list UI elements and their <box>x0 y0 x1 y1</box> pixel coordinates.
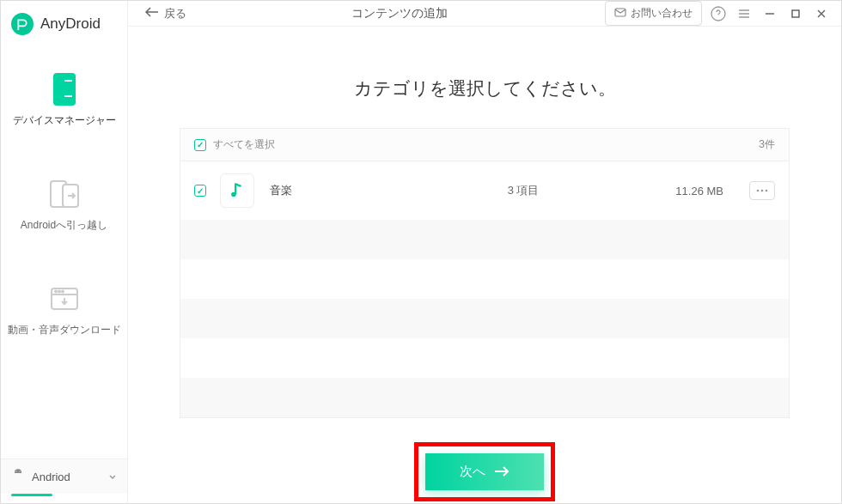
empty-row <box>180 259 789 299</box>
more-button[interactable] <box>749 181 775 200</box>
maximize-button[interactable] <box>786 4 805 23</box>
menu-button[interactable] <box>735 4 754 23</box>
svg-point-24 <box>766 190 768 192</box>
svg-rect-2 <box>64 95 72 97</box>
back-label: 戻る <box>164 6 186 21</box>
svg-point-23 <box>761 190 764 192</box>
svg-rect-1 <box>64 80 72 82</box>
device-name: Andriod <box>32 471 101 483</box>
topbar: 戻る コンテンツの追加 お問い合わせ <box>128 1 841 27</box>
logo: AnyDroid <box>1 1 127 47</box>
device-selector[interactable]: Andriod <box>1 458 127 494</box>
svg-point-9 <box>62 291 64 293</box>
app-name: AnyDroid <box>40 15 101 33</box>
select-all-checkbox[interactable] <box>194 139 206 151</box>
minimize-button[interactable] <box>760 4 779 23</box>
music-icon <box>220 173 254 208</box>
empty-row <box>180 378 789 417</box>
sidebar-item-label: Androidへ引っ越し <box>21 218 107 233</box>
row-size: 11.26 MB <box>590 185 723 197</box>
sidebar-item-device-manager[interactable]: デバイスマネージャー <box>1 73 127 128</box>
page-title: コンテンツの追加 <box>193 6 605 21</box>
sidebar: AnyDroid デバイスマネージャー Androidへ引っ越し <box>1 1 128 503</box>
svg-rect-18 <box>792 10 799 17</box>
item-count: 3件 <box>759 137 775 152</box>
svg-point-8 <box>58 291 60 293</box>
svg-rect-0 <box>53 73 76 106</box>
next-button[interactable]: 次へ <box>425 453 544 490</box>
back-button[interactable]: 戻る <box>138 3 193 25</box>
storage-bar <box>11 494 52 496</box>
next-label: 次へ <box>460 464 485 480</box>
download-icon <box>48 282 81 315</box>
empty-row <box>180 220 789 259</box>
phone-manager-icon <box>48 73 81 106</box>
sidebar-item-label: デバイスマネージャー <box>13 113 116 128</box>
transfer-icon <box>48 178 81 210</box>
row-name: 音楽 <box>270 183 456 198</box>
row-items: 3 項目 <box>456 183 589 198</box>
sidebar-item-label: 動画・音声ダウンロード <box>8 323 121 337</box>
close-button[interactable] <box>812 4 831 23</box>
sidebar-item-downloader[interactable]: 動画・音声ダウンロード <box>1 282 127 337</box>
mail-icon <box>614 8 626 20</box>
svg-point-10 <box>15 471 16 471</box>
arrow-left-icon <box>145 7 159 20</box>
select-all-label: すべてを選択 <box>213 137 275 152</box>
next-highlight: 次へ <box>414 442 555 501</box>
svg-point-11 <box>19 471 20 471</box>
contact-button[interactable]: お問い合わせ <box>605 1 702 26</box>
row-checkbox[interactable] <box>194 185 206 197</box>
empty-row <box>180 338 789 378</box>
table-row[interactable]: 音楽 3 項目 11.26 MB <box>180 161 789 220</box>
heading: カテゴリを選択してください。 <box>354 76 616 100</box>
chevron-down-icon <box>108 469 117 484</box>
arrow-right-icon <box>494 465 509 479</box>
svg-point-21 <box>231 192 236 197</box>
category-table: すべてを選択 3件 音楽 3 項目 11.26 MB <box>180 128 790 418</box>
help-button[interactable] <box>709 4 728 23</box>
empty-row <box>180 299 789 338</box>
svg-point-7 <box>55 291 57 293</box>
logo-icon <box>11 13 34 35</box>
svg-point-22 <box>757 190 760 192</box>
contact-label: お問い合わせ <box>631 6 693 21</box>
android-icon <box>11 468 25 485</box>
sidebar-item-android-mover[interactable]: Androidへ引っ越し <box>1 178 127 233</box>
